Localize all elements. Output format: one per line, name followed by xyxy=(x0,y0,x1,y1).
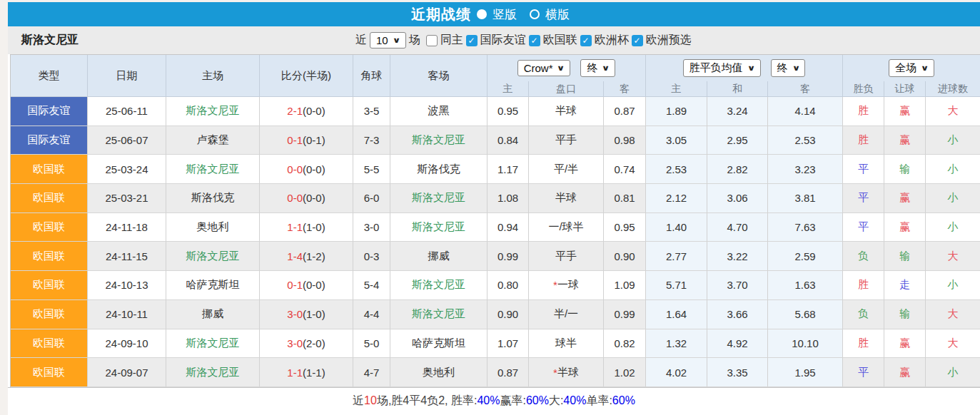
summary-segment: 60% xyxy=(526,394,549,407)
odds-company-select[interactable]: Crow* xyxy=(517,60,571,76)
wdl-result: 平 xyxy=(843,213,884,242)
ah-home-odds: 1.17 xyxy=(488,155,529,184)
goals-result: 大 xyxy=(926,97,980,126)
competition-label-friendly[interactable]: 国际友谊 xyxy=(480,33,526,48)
half-time-score: (2-0) xyxy=(303,337,325,349)
competition-checkbox-friendly[interactable] xyxy=(466,35,478,46)
avg-group-header: 胜平负均值 终 xyxy=(646,55,843,81)
match-score: 2-1(0-0) xyxy=(260,97,353,126)
odds-stage-select[interactable]: 终 xyxy=(580,59,615,77)
layout-radio-vertical[interactable] xyxy=(477,9,487,19)
match-score: 3-0(2-0) xyxy=(260,329,353,359)
page-title: 近期战绩 xyxy=(411,5,471,24)
ah-home-odds: 1.07 xyxy=(488,329,529,359)
avg-type-select[interactable]: 胜平负均值 xyxy=(683,59,761,77)
half-time-score: (1-0) xyxy=(303,221,325,233)
subcol-wdl: 胜负 xyxy=(843,81,884,97)
away-team: 斯洛文尼亚 xyxy=(390,184,488,213)
goals-result: 大 xyxy=(926,300,980,329)
wdl-result: 胜 xyxy=(843,126,884,155)
ah-away-odds: 0.87 xyxy=(604,97,646,126)
subcol-handicap: 盘口 xyxy=(529,81,604,97)
match-date: 25-03-24 xyxy=(88,155,166,184)
match-date: 25-06-11 xyxy=(88,97,166,126)
half-time-score: (0-0) xyxy=(303,279,325,291)
ah-handicap: 半球 xyxy=(529,97,604,126)
competition-label-euro-qualifiers[interactable]: 欧洲预选 xyxy=(646,33,692,48)
handicap-name: 半球 xyxy=(555,104,577,118)
wdl-result: 平 xyxy=(843,155,884,184)
competition-label-euro[interactable]: 欧洲杯 xyxy=(595,33,629,48)
home-team: 斯洛伐克 xyxy=(166,184,260,213)
home-team: 挪威 xyxy=(166,300,260,329)
subcol-avg-draw: 和 xyxy=(707,81,768,97)
avg-draw-odds: 2.82 xyxy=(707,155,768,184)
home-team: 卢森堡 xyxy=(166,126,260,155)
filter-bar: 斯洛文尼亚 近 10 场 同主 国际友谊 欧国联 欧洲杯 欧洲预选 xyxy=(8,26,980,54)
handicap-name: 半球 xyxy=(555,191,577,205)
competition-type-label: 国际友谊 xyxy=(11,126,87,155)
avg-stage-select[interactable]: 终 xyxy=(771,59,806,77)
handicap-name: 球半 xyxy=(555,337,577,350)
competition-checkbox-nations-league[interactable] xyxy=(529,35,540,46)
match-type-badge: 国际友谊 xyxy=(11,126,88,155)
handicap-name: 平手 xyxy=(555,133,577,147)
half-time-score: (0-0) xyxy=(303,192,325,204)
corner-score: 5-5 xyxy=(353,155,390,184)
result-group-header: 全场 xyxy=(843,55,980,81)
same-home-label[interactable]: 同主 xyxy=(440,33,463,48)
ah-away-odds: 1.02 xyxy=(604,358,646,387)
handicap-name: 平手 xyxy=(555,250,577,263)
full-time-score: 0-1 xyxy=(287,279,303,291)
avg-home-odds: 1.89 xyxy=(646,97,707,126)
handicap-name: 半/一 xyxy=(554,307,578,321)
competition-type-label: 欧国联 xyxy=(11,242,87,270)
col-header-type: 类型 xyxy=(11,55,88,97)
competition-checkbox-euro-qualifiers[interactable] xyxy=(632,35,643,46)
match-date: 24-10-13 xyxy=(88,271,166,300)
odds-group-header: Crow* 终 xyxy=(488,55,646,81)
competition-label-nations-league[interactable]: 欧国联 xyxy=(543,33,577,48)
ah-handicap: 平/半 xyxy=(529,155,604,184)
results-table: 类型 日期 主场 比分(半场) 角球 客场 Crow* 终 胜平负均值 终 全场… xyxy=(10,54,980,387)
col-header-away: 客场 xyxy=(390,55,488,97)
handicap-result: 赢 xyxy=(884,213,926,242)
handicap-result: 输 xyxy=(884,242,926,271)
layout-radio-horizontal[interactable] xyxy=(530,9,540,19)
match-type-badge: 欧国联 xyxy=(11,184,88,213)
competition-checkbox-euro[interactable] xyxy=(580,35,592,46)
handicap-name: 半球 xyxy=(557,366,579,379)
match-type-badge: 欧国联 xyxy=(11,329,88,359)
avg-draw-odds: 4.70 xyxy=(707,213,768,242)
away-team: 斯洛文尼亚 xyxy=(390,213,488,242)
ah-handicap: *一球 xyxy=(529,271,604,300)
same-home-checkbox[interactable] xyxy=(426,35,438,46)
match-date: 24-11-15 xyxy=(88,242,166,271)
corner-score: 3-5 xyxy=(353,97,390,126)
home-team: 哈萨克斯坦 xyxy=(166,271,260,300)
page: 近期战绩 竖版 横版 斯洛文尼亚 近 10 场 同主 国际友谊 欧国联 欧洲杯 … xyxy=(8,2,980,415)
match-type-badge: 欧国联 xyxy=(11,242,88,271)
match-type-badge: 欧国联 xyxy=(11,155,88,184)
match-type-badge: 国际友谊 xyxy=(11,97,88,126)
corner-score: 4-7 xyxy=(353,358,390,387)
wdl-result: 负 xyxy=(843,300,884,329)
handicap-result: 赢 xyxy=(884,184,926,213)
recent-count-select[interactable]: 10 xyxy=(370,32,406,48)
avg-home-odds: 1.64 xyxy=(646,300,707,329)
handicap-result: 输 xyxy=(884,300,926,329)
match-row: 欧国联25-03-21斯洛伐克0-0(0-0)6-0斯洛文尼亚1.08半球0.8… xyxy=(11,184,980,213)
topbar: 近期战绩 竖版 横版 xyxy=(8,2,980,26)
match-score: 0-0(0-0) xyxy=(260,155,353,184)
layout-label-horizontal[interactable]: 横版 xyxy=(545,6,570,23)
ah-handicap: *半球 xyxy=(529,358,604,387)
ah-away-odds: 1.09 xyxy=(604,271,646,300)
avg-home-odds: 3.05 xyxy=(646,126,707,155)
match-row: 欧国联24-09-07斯洛文尼亚1-1(1-1)4-7奥地利0.87*半球1.0… xyxy=(11,358,980,387)
col-header-home: 主场 xyxy=(166,55,260,97)
goals-result: 小 xyxy=(926,126,980,155)
summary-segment: 10 xyxy=(364,394,377,407)
scope-select[interactable]: 全场 xyxy=(889,59,934,77)
match-date: 25-06-07 xyxy=(88,126,166,155)
layout-label-vertical[interactable]: 竖版 xyxy=(492,6,517,23)
